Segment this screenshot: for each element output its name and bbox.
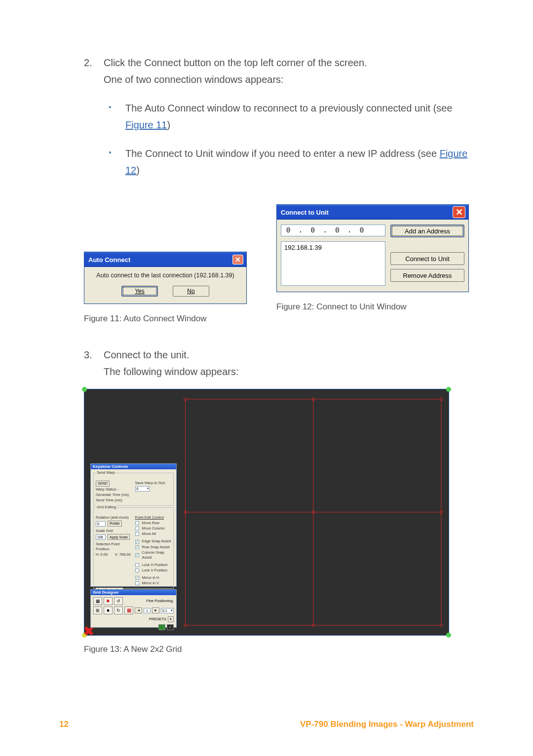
rotation-input[interactable]: 0 xyxy=(96,521,106,527)
auto-connect-title: Auto Connect xyxy=(87,256,130,264)
grid-designer-panel: Grid Designer ▦ ✖ ↺ Fine Positioning: ⊞ xyxy=(90,589,177,628)
gd-tool-3-icon[interactable]: ↺ xyxy=(114,597,123,605)
yes-button[interactable]: Yes xyxy=(121,286,158,297)
close-icon[interactable]: ✕ xyxy=(453,206,465,218)
step-3-number: 3. xyxy=(84,346,104,380)
ip-list-item[interactable]: 192.168.1.39 xyxy=(284,244,382,251)
mirv-label: Mirror in V xyxy=(142,581,172,586)
figure-11-caption: Figure 11: Auto Connect Window xyxy=(84,314,207,324)
preset-save-icon[interactable]: ✓ xyxy=(167,624,174,630)
step-2-line-1: Click the Connect button on the top left… xyxy=(104,54,469,71)
scale-input[interactable]: 100 xyxy=(96,534,106,540)
save-slot-label: Save Warp to Slot: xyxy=(135,481,172,486)
link-figure-11[interactable]: Figure 11 xyxy=(125,119,167,130)
move-row-checkbox[interactable] xyxy=(135,521,139,525)
send-warp-group: Send Warp SEND Warp Status: - Generate T… xyxy=(93,473,174,506)
grid-editing-group: Grid Editing Rotation (anti-clock) 0Rota… xyxy=(93,507,174,589)
grid-designer-title: Grid Designer xyxy=(91,590,176,595)
step-2-line-2: One of two connection windows appears: xyxy=(104,71,469,88)
figure-12-caption: Figure 12: Connect to Unit Window xyxy=(276,302,407,312)
bullet-connect-to-unit: ▪ The Connect to Unit window if you need… xyxy=(104,145,469,179)
page-footer: 12 VP-790 Blending Images - Warp Adjustm… xyxy=(59,719,474,729)
move-col-label: Move Column xyxy=(142,526,172,531)
mirh-checkbox[interactable]: ✓ xyxy=(135,576,139,580)
footer-title: VP-790 Blending Images - Warp Adjustment xyxy=(300,719,474,729)
selected-point-label: Selected Point Position: xyxy=(96,542,132,552)
bullet-mark-icon: ▪ xyxy=(104,100,125,133)
step-3-line-2: The following window appears: xyxy=(104,363,469,380)
send-warp-legend: Send Warp xyxy=(96,470,116,475)
move-col-checkbox[interactable] xyxy=(135,527,139,530)
fine-pos-select[interactable]: 0.1 xyxy=(161,608,174,613)
fine-positioning-label: Fine Positioning: xyxy=(147,599,174,604)
remove-address-button[interactable]: Remove Address xyxy=(390,269,464,282)
keystone-controls-panel: Keystone Controls Send Warp SEND Warp St… xyxy=(90,463,177,587)
auto-connect-window: Auto Connect ✕ Auto connect to the last … xyxy=(84,252,247,304)
send-button[interactable]: SEND xyxy=(96,481,110,487)
figure-13-caption: Figure 13: A New 2x2 Grid xyxy=(84,644,469,654)
preset-green-icon[interactable] xyxy=(158,624,165,630)
rotate-button[interactable]: Rotate xyxy=(108,521,122,527)
warp-status-label: Warp Status: - xyxy=(96,487,132,492)
step-value[interactable]: 1 xyxy=(144,608,151,613)
esa-checkbox[interactable]: ✓ xyxy=(135,540,139,544)
add-address-button[interactable]: Add an Address xyxy=(390,225,464,237)
csa-label: Column Snap Assist xyxy=(142,550,172,560)
lockv-label: Lock V Position xyxy=(142,568,172,573)
gd-tool-5-icon[interactable]: ■ xyxy=(104,606,113,614)
esa-label: Edge Snap Assist xyxy=(142,539,172,544)
auto-connect-message: Auto connect to the last connection (192… xyxy=(88,272,242,279)
pec-label: Point Edit Control xyxy=(135,515,172,520)
ip-address-list[interactable]: 192.168.1.39 xyxy=(281,241,385,286)
rsa-checkbox[interactable]: ✓ xyxy=(135,545,139,549)
grid-editing-legend: Grid Editing xyxy=(96,505,117,510)
gd-tool-4-icon[interactable]: ⊞ xyxy=(93,606,102,614)
bullet-auto-connect: ▪ The Auto Connect window to reconnect t… xyxy=(104,100,469,133)
lockh-checkbox[interactable] xyxy=(135,563,139,567)
step-left-button[interactable]: ◄ xyxy=(135,607,142,613)
lockv-checkbox[interactable] xyxy=(135,568,139,572)
move-all-checkbox[interactable] xyxy=(135,532,139,536)
csa-checkbox[interactable]: ✓ xyxy=(135,553,139,557)
move-all-label: Move All xyxy=(142,531,172,536)
gd-tool-1-icon[interactable]: ▦ xyxy=(93,597,102,605)
presets-label: PRESETS xyxy=(149,617,166,622)
page-number: 12 xyxy=(59,719,69,729)
preset-dropdown[interactable]: ▾ xyxy=(168,616,174,622)
auto-connect-titlebar: Auto Connect ✕ xyxy=(84,252,246,267)
no-button[interactable]: No xyxy=(173,286,209,297)
rotation-label: Rotation (anti-clock) xyxy=(96,515,132,520)
figure-11: Auto Connect ✕ Auto connect to the last … xyxy=(84,204,247,324)
bullet-2-pre: The Connect to Unit window if you need t… xyxy=(125,148,440,159)
scale-label: Scale Grid xyxy=(96,529,132,533)
bullet-1-pre: The Auto Connect window to reconnect to … xyxy=(125,103,453,113)
apply-scale-button[interactable]: Apply Scale xyxy=(108,534,130,540)
save-slot-select[interactable]: 0 xyxy=(135,486,150,491)
connect-to-unit-titlebar: Connect to Unit ✕ xyxy=(277,205,468,220)
grid-screenshot: ✖ Keystone Controls Send Warp xyxy=(84,389,449,636)
rsa-label: Row Snap Assist xyxy=(142,545,172,550)
figure-12: Connect to Unit ✕ 0 . 0 . 0 . 0 192.168.… xyxy=(276,204,469,324)
move-row-label: Move Row xyxy=(142,521,172,526)
keystone-title: Keystone Controls xyxy=(91,464,176,469)
step-3: 3. Connect to the unit. The following wi… xyxy=(84,346,469,380)
bullet-1-post: ) xyxy=(167,119,171,130)
step-2-number: 2. xyxy=(84,54,104,190)
gd-tool-6-icon[interactable]: ↻ xyxy=(114,606,123,614)
send-time-label: Send Time (ms): xyxy=(96,498,132,503)
gd-delete-icon[interactable]: ✖ xyxy=(104,597,113,605)
step-right-button[interactable]: ► xyxy=(152,607,159,613)
step-2: 2. Click the Connect button on the top l… xyxy=(84,54,469,190)
lockh-label: Lock H Position xyxy=(142,563,172,567)
gd-grid-icon[interactable]: ▦ xyxy=(124,606,133,614)
generate-time-label: Generate Time (ms): xyxy=(96,492,132,497)
bullet-mark-icon: ▪ xyxy=(104,145,125,179)
sel-h: H: 0.00 xyxy=(96,552,113,557)
ip-address-input[interactable]: 0 . 0 . 0 . 0 xyxy=(281,225,385,236)
connect-to-unit-button[interactable]: Connect to Unit xyxy=(390,252,464,265)
close-icon[interactable]: ✕ xyxy=(232,255,243,265)
bullet-2-post: ) xyxy=(136,165,140,176)
connect-to-unit-title: Connect to Unit xyxy=(280,209,329,216)
mirh-label: Mirror in H xyxy=(142,575,172,580)
mirv-checkbox[interactable] xyxy=(135,581,139,585)
